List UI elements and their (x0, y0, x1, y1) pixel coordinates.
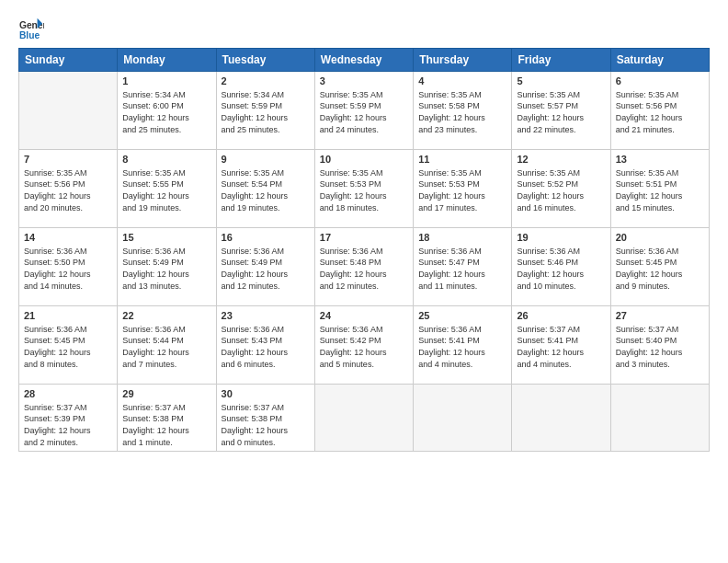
calendar-day-cell: 8Sunrise: 5:35 AM Sunset: 5:55 PM Daylig… (118, 150, 216, 228)
day-info: Sunrise: 5:35 AM Sunset: 5:57 PM Dayligh… (517, 89, 605, 135)
calendar-week-row: 1Sunrise: 5:34 AM Sunset: 6:00 PM Daylig… (19, 72, 710, 150)
day-number: 11 (418, 153, 506, 167)
calendar-day-cell: 7Sunrise: 5:35 AM Sunset: 5:56 PM Daylig… (19, 150, 118, 228)
day-number: 24 (320, 309, 408, 323)
calendar-header-day: Sunday (19, 49, 118, 72)
day-number: 26 (517, 309, 605, 323)
calendar-day-cell: 3Sunrise: 5:35 AM Sunset: 5:59 PM Daylig… (314, 72, 413, 150)
day-number: 1 (122, 75, 210, 88)
day-info: Sunrise: 5:36 AM Sunset: 5:42 PM Dayligh… (320, 324, 408, 370)
calendar-day-cell: 20Sunrise: 5:36 AM Sunset: 5:45 PM Dayli… (610, 228, 709, 306)
calendar-day-cell: 14Sunrise: 5:36 AM Sunset: 5:50 PM Dayli… (19, 228, 118, 306)
day-info: Sunrise: 5:36 AM Sunset: 5:45 PM Dayligh… (24, 324, 112, 370)
calendar-day-cell: 18Sunrise: 5:36 AM Sunset: 5:47 PM Dayli… (414, 228, 512, 306)
day-number: 27 (616, 309, 704, 323)
calendar-day-cell: 21Sunrise: 5:36 AM Sunset: 5:45 PM Dayli… (19, 306, 118, 385)
day-info: Sunrise: 5:36 AM Sunset: 5:49 PM Dayligh… (122, 246, 210, 292)
calendar-day-cell: 12Sunrise: 5:35 AM Sunset: 5:52 PM Dayli… (512, 150, 610, 228)
calendar-header-day: Friday (512, 49, 610, 72)
calendar-header-day: Thursday (414, 49, 512, 72)
calendar-day-cell: 19Sunrise: 5:36 AM Sunset: 5:46 PM Dayli… (512, 228, 610, 306)
day-number: 7 (24, 153, 112, 167)
calendar-body: 1Sunrise: 5:34 AM Sunset: 6:00 PM Daylig… (19, 72, 710, 452)
calendar-day-cell: 13Sunrise: 5:35 AM Sunset: 5:51 PM Dayli… (610, 150, 709, 228)
calendar-header-day: Saturday (610, 49, 709, 72)
day-number: 9 (222, 153, 310, 167)
day-number: 25 (418, 309, 506, 323)
day-number: 29 (122, 387, 210, 401)
calendar-day-cell (512, 385, 610, 452)
day-info: Sunrise: 5:36 AM Sunset: 5:49 PM Dayligh… (222, 246, 310, 292)
day-number: 8 (122, 153, 210, 167)
calendar-day-cell (314, 385, 413, 452)
day-number: 2 (222, 75, 310, 88)
day-info: Sunrise: 5:35 AM Sunset: 5:55 PM Dayligh… (122, 167, 210, 213)
calendar-day-cell: 15Sunrise: 5:36 AM Sunset: 5:49 PM Dayli… (118, 228, 216, 306)
day-number: 21 (24, 309, 112, 323)
calendar-day-cell: 16Sunrise: 5:36 AM Sunset: 5:49 PM Dayli… (216, 228, 314, 306)
calendar-day-cell: 25Sunrise: 5:36 AM Sunset: 5:41 PM Dayli… (414, 306, 512, 385)
day-number: 28 (24, 387, 112, 401)
calendar-day-cell: 30Sunrise: 5:37 AM Sunset: 5:38 PM Dayli… (216, 385, 314, 452)
calendar-day-cell: 9Sunrise: 5:35 AM Sunset: 5:54 PM Daylig… (216, 150, 314, 228)
day-info: Sunrise: 5:37 AM Sunset: 5:40 PM Dayligh… (616, 324, 704, 370)
day-number: 20 (616, 231, 704, 245)
header: General Blue (18, 17, 710, 42)
day-number: 5 (517, 75, 605, 88)
day-info: Sunrise: 5:35 AM Sunset: 5:56 PM Dayligh… (616, 89, 704, 135)
day-info: Sunrise: 5:36 AM Sunset: 5:43 PM Dayligh… (222, 324, 310, 370)
page: General Blue SundayMondayTuesdayWednesda… (0, 0, 728, 563)
day-number: 18 (418, 231, 506, 245)
day-number: 10 (320, 153, 408, 167)
day-number: 30 (222, 387, 310, 401)
calendar-day-cell (19, 72, 118, 150)
day-info: Sunrise: 5:36 AM Sunset: 5:46 PM Dayligh… (517, 246, 605, 292)
day-info: Sunrise: 5:36 AM Sunset: 5:41 PM Dayligh… (418, 324, 506, 370)
day-info: Sunrise: 5:35 AM Sunset: 5:52 PM Dayligh… (517, 167, 605, 213)
day-info: Sunrise: 5:34 AM Sunset: 5:59 PM Dayligh… (222, 89, 310, 135)
calendar-day-cell: 11Sunrise: 5:35 AM Sunset: 5:53 PM Dayli… (414, 150, 512, 228)
calendar-day-cell: 28Sunrise: 5:37 AM Sunset: 5:39 PM Dayli… (19, 385, 118, 452)
day-info: Sunrise: 5:36 AM Sunset: 5:50 PM Dayligh… (24, 246, 112, 292)
calendar-day-cell: 27Sunrise: 5:37 AM Sunset: 5:40 PM Dayli… (610, 306, 709, 385)
day-info: Sunrise: 5:35 AM Sunset: 5:53 PM Dayligh… (418, 167, 506, 213)
day-info: Sunrise: 5:35 AM Sunset: 5:59 PM Dayligh… (320, 89, 408, 135)
calendar-header-day: Monday (118, 49, 216, 72)
day-info: Sunrise: 5:35 AM Sunset: 5:56 PM Dayligh… (24, 167, 112, 213)
day-info: Sunrise: 5:36 AM Sunset: 5:48 PM Dayligh… (320, 246, 408, 292)
calendar-day-cell (610, 385, 709, 452)
day-info: Sunrise: 5:37 AM Sunset: 5:38 PM Dayligh… (122, 402, 210, 448)
calendar-week-row: 21Sunrise: 5:36 AM Sunset: 5:45 PM Dayli… (19, 306, 710, 385)
calendar-week-row: 28Sunrise: 5:37 AM Sunset: 5:39 PM Dayli… (19, 385, 710, 452)
day-number: 17 (320, 231, 408, 245)
day-info: Sunrise: 5:35 AM Sunset: 5:58 PM Dayligh… (418, 89, 506, 135)
calendar-day-cell: 1Sunrise: 5:34 AM Sunset: 6:00 PM Daylig… (118, 72, 216, 150)
day-number: 19 (517, 231, 605, 245)
day-number: 22 (122, 309, 210, 323)
logo: General Blue (18, 17, 44, 42)
calendar-week-row: 7Sunrise: 5:35 AM Sunset: 5:56 PM Daylig… (19, 150, 710, 228)
day-number: 4 (418, 75, 506, 88)
calendar-day-cell: 5Sunrise: 5:35 AM Sunset: 5:57 PM Daylig… (512, 72, 610, 150)
calendar-header-row: SundayMondayTuesdayWednesdayThursdayFrid… (19, 49, 710, 72)
day-number: 14 (24, 231, 112, 245)
calendar-day-cell: 24Sunrise: 5:36 AM Sunset: 5:42 PM Dayli… (314, 306, 413, 385)
day-number: 6 (616, 75, 704, 88)
day-info: Sunrise: 5:34 AM Sunset: 6:00 PM Dayligh… (122, 89, 210, 135)
calendar-day-cell: 2Sunrise: 5:34 AM Sunset: 5:59 PM Daylig… (216, 72, 314, 150)
day-info: Sunrise: 5:36 AM Sunset: 5:45 PM Dayligh… (616, 246, 704, 292)
calendar-day-cell: 29Sunrise: 5:37 AM Sunset: 5:38 PM Dayli… (118, 385, 216, 452)
calendar-day-cell: 17Sunrise: 5:36 AM Sunset: 5:48 PM Dayli… (314, 228, 413, 306)
calendar-day-cell: 4Sunrise: 5:35 AM Sunset: 5:58 PM Daylig… (414, 72, 512, 150)
day-info: Sunrise: 5:36 AM Sunset: 5:44 PM Dayligh… (122, 324, 210, 370)
calendar-header-day: Tuesday (216, 49, 314, 72)
calendar-day-cell: 26Sunrise: 5:37 AM Sunset: 5:41 PM Dayli… (512, 306, 610, 385)
calendar-table: SundayMondayTuesdayWednesdayThursdayFrid… (18, 48, 710, 452)
day-number: 23 (222, 309, 310, 323)
calendar-day-cell: 22Sunrise: 5:36 AM Sunset: 5:44 PM Dayli… (118, 306, 216, 385)
day-info: Sunrise: 5:35 AM Sunset: 5:53 PM Dayligh… (320, 167, 408, 213)
calendar-week-row: 14Sunrise: 5:36 AM Sunset: 5:50 PM Dayli… (19, 228, 710, 306)
day-info: Sunrise: 5:35 AM Sunset: 5:51 PM Dayligh… (616, 167, 704, 213)
day-info: Sunrise: 5:37 AM Sunset: 5:38 PM Dayligh… (222, 402, 310, 448)
logo-icon: General Blue (18, 17, 44, 42)
